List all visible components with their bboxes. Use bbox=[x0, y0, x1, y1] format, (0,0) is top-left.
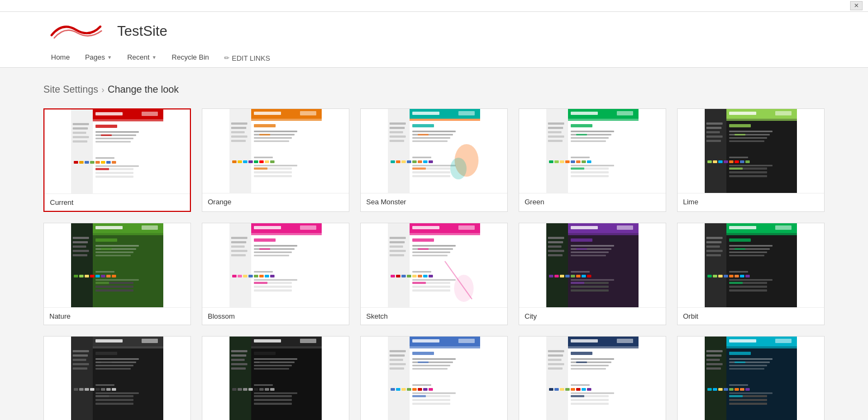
theme-card-city[interactable]: City bbox=[519, 223, 666, 325]
svg-rect-55 bbox=[254, 160, 258, 163]
theme-preview-green bbox=[519, 109, 666, 193]
svg-rect-138 bbox=[775, 111, 792, 115]
svg-rect-119 bbox=[549, 160, 553, 163]
breadcrumb-parent[interactable]: Site Settings bbox=[43, 84, 98, 95]
svg-rect-78 bbox=[412, 131, 456, 132]
svg-rect-425 bbox=[429, 388, 433, 391]
svg-rect-118 bbox=[571, 157, 590, 158]
svg-rect-111 bbox=[568, 119, 639, 121]
svg-rect-116 bbox=[571, 140, 606, 142]
svg-rect-420 bbox=[401, 388, 406, 391]
svg-rect-251 bbox=[391, 275, 395, 277]
breadcrumb: Site Settings › Change the look bbox=[43, 84, 825, 95]
svg-rect-223 bbox=[259, 275, 264, 277]
svg-rect-287 bbox=[554, 275, 559, 277]
svg-rect-339 bbox=[73, 350, 89, 352]
theme-card-sea-monster[interactable]: Sea Monster bbox=[360, 108, 508, 212]
svg-rect-492 bbox=[729, 392, 773, 394]
close-button[interactable]: ✕ bbox=[850, 1, 863, 10]
svg-rect-290 bbox=[571, 275, 575, 277]
nav-edit-links[interactable]: ✏ EDIT LINKS bbox=[216, 50, 278, 67]
svg-rect-313 bbox=[729, 245, 773, 247]
svg-rect-65 bbox=[254, 175, 267, 177]
theme-label-city: City bbox=[519, 307, 666, 325]
svg-rect-193 bbox=[95, 279, 139, 281]
theme-card-current[interactable]: Current bbox=[43, 108, 191, 212]
svg-rect-477 bbox=[729, 352, 751, 355]
theme-card-green[interactable]: Green bbox=[519, 108, 666, 212]
svg-rect-208 bbox=[231, 250, 247, 252]
svg-rect-155 bbox=[724, 160, 728, 163]
svg-rect-358 bbox=[106, 388, 111, 391]
svg-rect-345 bbox=[95, 352, 117, 355]
site-logo bbox=[43, 17, 108, 44]
svg-rect-209 bbox=[231, 254, 246, 256]
svg-rect-61 bbox=[254, 167, 267, 170]
theme-preview-lime bbox=[678, 109, 824, 193]
svg-rect-351 bbox=[95, 384, 114, 386]
svg-rect-210 bbox=[251, 233, 322, 235]
svg-rect-381 bbox=[254, 365, 292, 366]
svg-rect-238 bbox=[390, 237, 406, 239]
theme-card-teal[interactable] bbox=[677, 336, 825, 420]
nav-home[interactable]: Home bbox=[43, 49, 78, 67]
theme-card-navy[interactable] bbox=[519, 336, 666, 420]
svg-rect-422 bbox=[412, 388, 417, 391]
theme-card-blossom[interactable]: Blossom bbox=[202, 223, 349, 325]
svg-rect-452 bbox=[554, 388, 559, 391]
theme-label-current: Current bbox=[44, 193, 190, 211]
theme-card-orbit[interactable]: Orbit bbox=[677, 223, 825, 325]
svg-rect-18 bbox=[74, 161, 78, 164]
theme-card-dark1[interactable] bbox=[43, 336, 191, 420]
nav-recent[interactable]: Recent ▼ bbox=[119, 49, 164, 67]
svg-rect-253 bbox=[401, 275, 406, 277]
svg-rect-123 bbox=[571, 160, 575, 163]
svg-rect-302 bbox=[705, 223, 726, 307]
svg-rect-273 bbox=[548, 237, 564, 239]
svg-rect-401 bbox=[388, 337, 410, 420]
svg-rect-21 bbox=[90, 161, 94, 164]
svg-rect-315 bbox=[729, 251, 767, 253]
theme-card-dark2[interactable] bbox=[202, 336, 349, 420]
svg-rect-53 bbox=[243, 160, 247, 163]
svg-rect-310 bbox=[706, 254, 721, 256]
svg-rect-277 bbox=[548, 254, 563, 256]
theme-card-nature[interactable]: Nature bbox=[43, 223, 191, 325]
svg-rect-175 bbox=[73, 250, 89, 252]
svg-rect-206 bbox=[231, 241, 246, 243]
svg-rect-245 bbox=[412, 245, 456, 247]
svg-rect-308 bbox=[706, 245, 720, 248]
svg-rect-19 bbox=[79, 161, 84, 164]
nav-pages[interactable]: Pages ▼ bbox=[78, 49, 120, 67]
breadcrumb-separator: › bbox=[101, 85, 104, 95]
svg-rect-149 bbox=[729, 140, 764, 142]
theme-preview-navy bbox=[519, 337, 666, 420]
svg-rect-317 bbox=[735, 248, 745, 250]
theme-card-blue1[interactable] bbox=[360, 336, 508, 420]
theme-preview-dark1 bbox=[44, 337, 190, 420]
svg-rect-190 bbox=[101, 275, 105, 277]
svg-rect-432 bbox=[412, 403, 426, 405]
svg-rect-250 bbox=[412, 271, 431, 273]
svg-rect-126 bbox=[587, 160, 591, 163]
svg-rect-415 bbox=[412, 368, 448, 370]
svg-rect-129 bbox=[571, 167, 584, 170]
svg-rect-256 bbox=[418, 275, 422, 277]
nav-recycle-bin[interactable]: Recycle Bin bbox=[164, 49, 217, 67]
svg-rect-272 bbox=[617, 225, 633, 230]
svg-rect-26 bbox=[95, 165, 139, 167]
svg-rect-288 bbox=[560, 275, 564, 277]
svg-rect-85 bbox=[396, 160, 400, 163]
svg-rect-243 bbox=[410, 233, 480, 235]
svg-rect-211 bbox=[254, 238, 276, 242]
svg-rect-474 bbox=[706, 363, 723, 365]
svg-rect-237 bbox=[458, 225, 475, 230]
theme-card-lime[interactable]: Lime bbox=[677, 108, 825, 212]
svg-rect-496 bbox=[729, 399, 743, 401]
theme-card-sketch[interactable]: Sketch bbox=[360, 223, 508, 325]
svg-rect-102 bbox=[546, 109, 568, 193]
svg-rect-342 bbox=[73, 363, 89, 365]
svg-rect-121 bbox=[560, 160, 564, 163]
svg-rect-472 bbox=[706, 354, 722, 357]
theme-card-orange[interactable]: Orange bbox=[202, 108, 349, 212]
